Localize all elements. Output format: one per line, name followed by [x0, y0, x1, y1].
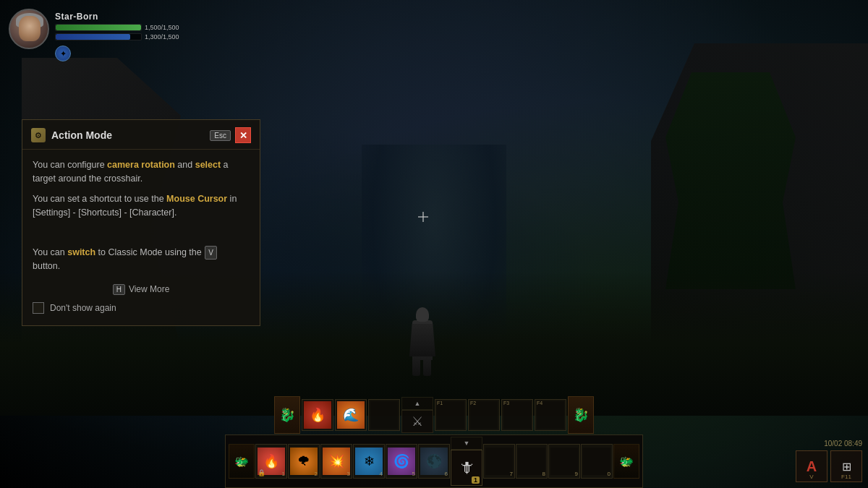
skill-icon-empty-1 [370, 401, 398, 429]
skill-icon-flame: 🌊 [337, 401, 365, 429]
skill-icon-fire: 🔥 [304, 401, 331, 429]
panel-text-1: You can configure camera rotation and se… [33, 158, 250, 187]
hud-menu-sub: F11 [841, 474, 851, 480]
skill-main-8 [518, 448, 545, 475]
slot-f4: F4 [537, 401, 542, 406]
skill-slot-top-4[interactable]: F1 [435, 399, 467, 431]
portrait-face [19, 16, 41, 41]
hp-bar-row: 1,500/1,500 [55, 24, 188, 31]
character-leg-right [423, 360, 431, 376]
bar-main-ornament-right: 🐲 [613, 444, 639, 479]
character-leg-left [412, 360, 420, 376]
dont-show-row: Don't show again [22, 302, 260, 314]
dont-show-checkbox[interactable] [33, 302, 44, 314]
datetime-display: 10/02 08:49 [824, 440, 862, 448]
arrow-down-button[interactable]: ▼ [451, 437, 482, 450]
hud-action-icon: A [807, 458, 817, 475]
skill-slot-main-8[interactable]: 8 [516, 444, 548, 479]
hp-bar-fill [56, 25, 141, 30]
panel-body: You can configure camera rotation and se… [22, 158, 260, 274]
skill-main-9 [550, 448, 578, 475]
skill-slot-main-0[interactable]: 0 [581, 444, 613, 479]
highlight-camera-rotation: camera rotation [107, 160, 175, 170]
hud-menu-icon: ⊞ [842, 460, 851, 474]
skill-slot-top-5[interactable]: F2 [468, 399, 500, 431]
mp-bar-fill [56, 34, 130, 40]
skill-slot-main-6[interactable]: 🌑 6 [418, 444, 450, 479]
skill-slot-main-5[interactable]: 🌀 5 [386, 444, 417, 479]
dont-show-label: Don't show again [50, 303, 116, 313]
mp-bar-row: 1,300/1,500 [55, 33, 188, 40]
slot-main-8-label: 8 [542, 471, 545, 477]
hp-value: 1,500/1,500 [145, 24, 188, 31]
highlight-select: select [195, 160, 221, 170]
buff-icon: ✦ [55, 46, 71, 61]
skill-main-7 [485, 448, 513, 475]
slot-main-6-label: 6 [445, 471, 448, 477]
skill-main-6: 🌑 [420, 448, 448, 475]
weapon-group-center: ▼ 🗡 1 [451, 437, 482, 486]
skill-slot-main-3[interactable]: 💥 3 [320, 444, 352, 479]
skill-main-0 [583, 448, 610, 475]
skill-slot-top-1[interactable]: 🔥 [302, 399, 333, 431]
view-more-label: View More [129, 284, 169, 294]
action-bar: 🐉 🔥 🌊 ▲ ⚔ F1 F2 F3 [225, 396, 643, 488]
slot-main-4-label: 4 [380, 471, 383, 477]
player-character [412, 320, 433, 376]
slot-main-0-label: 0 [608, 471, 610, 477]
player-hud: Star-Born 1,500/1,500 1,300/1,500 ✦ [9, 9, 188, 61]
skill-slot-main-7[interactable]: 7 [483, 444, 515, 479]
skill-slot-top-3[interactable] [368, 399, 400, 431]
v-key-badge: V [205, 246, 217, 260]
mp-bar-container [55, 33, 142, 40]
panel-text-settings: [Settings] - [Shortcuts] - [Character]. [33, 207, 176, 218]
skill-main-4: ❄ [355, 448, 383, 475]
hud-bottom-right: 10/02 08:49 A V ⊞ F11 [796, 440, 862, 482]
center-slot[interactable]: ⚔ [401, 410, 433, 433]
esc-key-badge[interactable]: Esc [210, 130, 231, 141]
hud-action-btn[interactable]: A V [796, 450, 827, 482]
slot-main-5-label: 5 [412, 471, 415, 477]
arrow-up-button[interactable]: ▲ [401, 397, 433, 410]
action-mode-panel: ⚙ Action Mode Esc ✕ You can configure ca… [22, 119, 260, 326]
hp-bar-container [55, 24, 142, 31]
crosshair [412, 206, 434, 228]
panel-title: Action Mode [51, 129, 210, 141]
slot-main-1-label: 1 [282, 471, 285, 477]
panel-mode-icon: ⚙ [31, 128, 46, 142]
player-name: Star-Born [55, 12, 188, 22]
skill-slot-main-9[interactable]: 9 [548, 444, 580, 479]
skill-slot-main-4[interactable]: ❄ 4 [353, 444, 385, 479]
panel-text-2: You can set a shortcut to use the Mouse … [33, 192, 250, 221]
panel-header: ⚙ Action Mode Esc ✕ [22, 120, 260, 150]
skill-slot-top-7[interactable]: F4 [535, 399, 566, 431]
skill-slot-main-lock[interactable]: 🔥 🔒 1 [255, 444, 287, 479]
player-portrait [9, 9, 49, 49]
view-more-row[interactable]: H View More [22, 284, 260, 295]
skill-main-2: 🌪 [290, 448, 318, 475]
close-button[interactable]: ✕ [235, 127, 251, 143]
hud-icons-row: A V ⊞ F11 [796, 450, 862, 482]
slot-f1: F1 [437, 401, 443, 406]
sword-icon: ⚔ [412, 414, 423, 429]
weapon-count: 1 [472, 476, 480, 484]
panel-text-button: button. [33, 261, 60, 271]
weapon-slot[interactable]: 🗡 1 [451, 450, 482, 486]
skill-main-5: 🌀 [388, 448, 415, 475]
slot-main-7-label: 7 [510, 471, 513, 477]
slot-f3: F3 [503, 401, 509, 406]
character-legs [412, 360, 433, 376]
highlight-mouse-cursor: Mouse Cursor [166, 194, 227, 204]
hud-action-sub: V [809, 474, 813, 480]
hud-menu-btn[interactable]: ⊞ F11 [830, 450, 862, 482]
slot-f2: F2 [470, 401, 476, 406]
skill-slot-top-2[interactable]: 🌊 [335, 399, 367, 431]
panel-text-3 [33, 226, 250, 240]
skill-slot-main-2[interactable]: 🌪 2 [288, 444, 320, 479]
panel-text-target: target around the crosshair. [33, 174, 142, 184]
action-bar-top-row: 🐉 🔥 🌊 ▲ ⚔ F1 F2 F3 [274, 396, 594, 434]
weapon-icon: 🗡 [459, 458, 475, 477]
character-head [416, 307, 429, 322]
highlight-switch: switch [67, 247, 95, 257]
skill-slot-top-6[interactable]: F3 [501, 399, 533, 431]
